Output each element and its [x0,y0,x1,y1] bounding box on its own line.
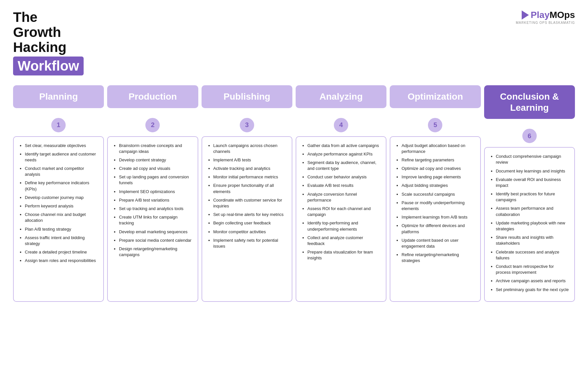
list-item: Scale successful campaigns [401,191,475,197]
list-item: Set up tracking and analytics tools [119,206,192,212]
list-item: Identify target audience and customer ne… [25,151,98,163]
title-growth: Growth [13,25,84,40]
col-content-2: Brainstorm creative concepts and campaig… [107,136,198,302]
list-item: Update marketing playbook with new strat… [496,220,569,232]
list-item: Implement learnings from A/B tests [401,214,475,220]
workflow-columns: Planning1Set clear, measurable objective… [13,85,575,302]
list-item: Analyze performance against KPIs [307,151,381,157]
col-header-title-3: Publishing [223,91,270,102]
list-item: Conduct market and competitor analysis [25,166,98,177]
col-header-6: Conclusion & Learning [484,85,575,119]
col-content-1: Set clear, measurable objectivesIdentify… [13,136,104,302]
step-number-5: 5 [428,118,442,132]
list-item: Ensure proper functionality of all eleme… [213,183,286,194]
list-item: Conduct comprehensive campaign review [496,154,569,165]
col-content-6: Conduct comprehensive campaign reviewDoc… [484,147,575,302]
list-item: Identify best practices for future campa… [496,191,569,203]
list-item: Conduct team retrospective for process i… [496,264,569,275]
title-workflow: Workflow [13,57,84,75]
step-number-1: 1 [51,118,66,132]
logo-sub: MARKETING OPS BLASKAMATIG [516,21,575,24]
list-item: Design retargeting/remarketing campaigns [119,246,192,258]
list-item: Refine retargeting/remarketing strategie… [401,252,475,264]
list-item: Identify top-performing and underperform… [307,220,381,232]
list-item: Assess ROI for each channel and campaign [307,206,381,218]
list-item: Share results and insights with stakehol… [496,235,569,246]
list-item: Assess traffic intent and bidding strate… [25,235,98,247]
col-header-2: Production [107,85,198,108]
step-number-container-3: 3 [202,118,292,132]
step-number-4: 4 [334,118,348,132]
list-item: Develop content strategy [119,157,192,163]
column-1: Planning1Set clear, measurable objective… [13,85,104,302]
play-icon [522,10,529,20]
list-item: Analyze conversion funnel performance [307,191,381,203]
list-item: Implement SEO optimizations [119,189,192,195]
logo-wrapper: PlayMOps [522,10,575,20]
step-number-6: 6 [522,129,537,143]
list-item: Refine targeting parameters [401,157,475,163]
step-number-3: 3 [240,118,254,132]
col-header-title-2: Production [129,91,177,102]
col-header-3: Publishing [202,85,292,108]
column-6: Conclusion & Learning6Conduct comprehens… [484,85,575,302]
logo-play: Play [531,10,550,20]
list-item: Monitor initial performance metrics [213,174,286,180]
col-header-title-1: Planning [39,91,78,102]
column-5: Optimization5Adjust budget allocation ba… [390,85,481,302]
list-item: Choose channel mix and budget allocation [25,212,98,223]
list-item: Adjust budget allocation based on perfor… [401,143,475,155]
list-item: Set clear, measurable objectives [25,143,98,149]
list-item: Document key learnings and insights [496,168,569,174]
list-item: Coordinate with customer service for inq… [213,197,286,209]
list-item: Develop customer journey map [25,195,98,201]
list-item: Optimize ad copy and creatives [401,166,475,172]
list-item: Prepare data visualization for team insi… [307,249,381,261]
logo: PlayMOps MARKETING OPS BLASKAMATIG [516,10,575,24]
page-header: The Growth Hacking Workflow PlayMOps MAR… [13,10,575,75]
list-item: Improve landing page elements [401,174,475,180]
title-the: The [13,10,84,25]
step-number-container-5: 5 [390,118,481,132]
list-item: Segment data by audience, channel, and c… [307,160,381,172]
logo-mops: MOps [549,10,575,20]
list-item: Conduct user behavior analysis [307,174,381,180]
list-item: Celebrate successes and analyze failures [496,249,569,261]
step-number-container-1: 1 [13,118,104,132]
list-item: Create UTM links for campaign tracking [119,214,192,226]
col-header-title-6: Conclusion & Learning [500,91,559,113]
list-item: Assign team roles and responsibilities [25,258,98,264]
col-header-title-5: Optimization [408,91,463,102]
col-content-5: Adjust budget allocation based on perfor… [390,136,481,302]
list-item: Implement safety nets for potential issu… [213,237,286,249]
list-item: Implement A/B tests [213,157,286,163]
column-2: Production2Brainstorm creative concepts … [107,85,198,302]
col-content-4: Gather data from all active campaignsAna… [296,136,386,302]
list-item: Develop email marketing sequences [119,229,192,235]
step-number-container-4: 4 [296,118,386,132]
list-item: Pause or modify underperforming elements [401,200,475,212]
list-item: Optimize for different devices and platf… [401,223,475,235]
column-4: Analyzing4Gather data from all active ca… [296,85,386,302]
list-item: Archive campaign assets and reports [496,278,569,284]
list-item: Brainstorm creative concepts and campaig… [119,143,192,155]
list-item: Collect and analyze customer feedback [307,235,381,247]
list-item: Activate tracking and analytics [213,166,286,172]
col-header-title-4: Analyzing [319,91,363,102]
list-item: Prepare A/B test variations [119,197,192,203]
list-item: Set preliminary goals for the next cycle [496,287,569,293]
col-header-4: Analyzing [296,85,386,108]
list-item: Set up real-time alerts for key metrics [213,212,286,218]
list-item: Set up landing pages and conversion funn… [119,174,192,186]
col-content-3: Launch campaigns across chosen channelsI… [202,136,292,302]
list-item: Monitor competitor activities [213,229,286,235]
step-number-2: 2 [145,118,160,132]
list-item: Gather data from all active campaigns [307,143,381,149]
list-item: Evaluate A/B test results [307,183,381,188]
list-item: Launch campaigns across chosen channels [213,143,286,155]
list-item: Prepare social media content calendar [119,237,192,243]
list-item: Begin collecting user feedback [213,220,286,226]
column-3: Publishing3Launch campaigns across chose… [202,85,292,302]
list-item: Adjust bidding strategies [401,183,475,188]
list-item: Perform keyword analysis [25,203,98,209]
